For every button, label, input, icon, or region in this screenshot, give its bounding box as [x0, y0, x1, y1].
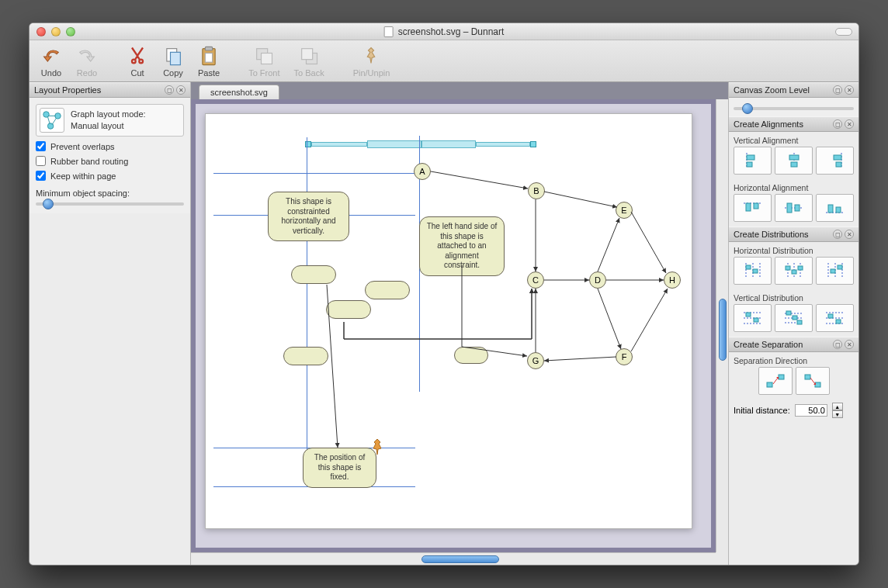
scrollbar-thumb[interactable] — [719, 299, 727, 361]
separation-header[interactable]: Create Separation ◻✕ — [729, 337, 859, 352]
canvas-viewport[interactable]: This shape is constrainted horizontally … — [191, 99, 716, 552]
shape[interactable] — [326, 300, 371, 319]
distributions-header[interactable]: Create Distributions ◻✕ — [729, 227, 859, 242]
node-h[interactable]: H — [664, 272, 681, 289]
to-back-button[interactable]: To Back — [290, 43, 329, 79]
initial-distance-input[interactable] — [795, 404, 827, 417]
align-top-button[interactable] — [734, 194, 772, 222]
zoom-header[interactable]: Canvas Zoom Level ◻✕ — [729, 82, 859, 98]
shape[interactable] — [365, 281, 410, 299]
vdist-top-button[interactable] — [734, 304, 772, 332]
selection-bar[interactable] — [311, 142, 367, 147]
keep-within-checkbox[interactable]: Keep within page — [36, 171, 184, 181]
scrollbar-thumb[interactable] — [421, 555, 499, 563]
panel-close-icon[interactable]: ✕ — [845, 119, 854, 129]
layout-mode-box[interactable]: Graph layout mode: Manual layout — [36, 104, 184, 137]
node-a[interactable]: A — [414, 163, 431, 180]
initial-distance-stepper[interactable]: ▲▼ — [832, 403, 843, 418]
svg-rect-13 — [747, 155, 754, 160]
panel-float-icon[interactable]: ◻ — [833, 85, 842, 95]
panel-float-icon[interactable]: ◻ — [165, 85, 174, 95]
panel-close-icon[interactable]: ✕ — [176, 85, 186, 95]
min-spacing-slider[interactable] — [36, 202, 184, 206]
node-b[interactable]: B — [528, 182, 545, 199]
layout-properties-title: Layout Properties — [34, 85, 101, 95]
selection-handle[interactable] — [530, 141, 536, 147]
selection-bar[interactable] — [476, 142, 530, 147]
pin-button[interactable]: Pin/Unpin — [349, 43, 395, 79]
canvas-page[interactable]: This shape is constrainted horizontally … — [205, 113, 692, 529]
close-button[interactable] — [36, 27, 46, 36]
to-front-button[interactable]: To Front — [244, 43, 284, 79]
shape[interactable] — [454, 347, 488, 364]
svg-rect-28 — [828, 205, 833, 213]
to-front-icon — [253, 45, 275, 67]
vertical-scrollbar[interactable] — [716, 99, 728, 552]
selection-bar[interactable] — [367, 140, 421, 148]
layout-mode-value: Manual layout — [71, 120, 146, 132]
stepper-down-icon[interactable]: ▼ — [832, 410, 843, 418]
sep-horizontal-button[interactable] — [758, 367, 793, 395]
toolbar-toggle[interactable] — [835, 28, 852, 36]
hdist-center-button[interactable] — [775, 257, 813, 285]
node-d[interactable]: D — [589, 272, 606, 289]
hdist-right-button[interactable] — [816, 257, 854, 285]
node-f[interactable]: F — [616, 348, 633, 365]
titlebar: screenshot.svg – Dunnart — [29, 23, 859, 40]
shape[interactable] — [291, 265, 336, 284]
copy-button[interactable]: Copy — [158, 43, 189, 79]
svg-rect-6 — [262, 53, 272, 64]
hdist-left-button[interactable] — [734, 257, 772, 285]
align-bottom-button[interactable] — [816, 194, 854, 222]
panel-float-icon[interactable]: ◻ — [833, 230, 842, 239]
keep-within-label: Keep within page — [50, 171, 116, 181]
initial-distance-label: Initial distance: — [734, 406, 790, 415]
note-shape[interactable]: The position of this shape is fixed. — [303, 448, 376, 488]
distributions-title: Create Distributions — [734, 230, 809, 239]
panel-close-icon[interactable]: ✕ — [845, 230, 854, 239]
align-right-button[interactable] — [816, 147, 854, 175]
undo-button[interactable]: Undo — [36, 43, 67, 79]
zoom-slider[interactable] — [734, 107, 854, 110]
selection-bar[interactable] — [421, 140, 476, 148]
svg-rect-19 — [834, 155, 841, 160]
node-label: D — [595, 275, 601, 285]
alignments-header[interactable]: Create Alignments ◻✕ — [729, 116, 859, 132]
rubber-band-checkbox[interactable]: Rubber band routing — [36, 156, 184, 166]
shape[interactable] — [283, 347, 328, 365]
node-c[interactable]: C — [527, 272, 544, 289]
vdist-middle-button[interactable] — [775, 304, 813, 332]
node-e[interactable]: E — [616, 202, 633, 219]
align-center-button[interactable] — [775, 147, 813, 175]
guide-line[interactable] — [307, 137, 307, 471]
node-g[interactable]: G — [527, 352, 544, 369]
minimize-button[interactable] — [51, 27, 61, 36]
note-shape[interactable]: This shape is constrainted horizontally … — [268, 192, 349, 241]
tab-strip: screenshot.svg — [191, 82, 728, 99]
cut-label: Cut — [130, 68, 144, 78]
sep-vertical-button[interactable] — [796, 367, 830, 395]
tab-screenshot[interactable]: screenshot.svg — [199, 85, 279, 99]
cut-button[interactable]: Cut — [122, 43, 153, 79]
paste-button[interactable]: Paste — [193, 43, 224, 79]
align-middle-button[interactable] — [775, 194, 813, 222]
note-shape[interactable]: The left hand side of this shape is atta… — [419, 216, 505, 276]
vdist-bottom-button[interactable] — [816, 304, 854, 332]
redo-button[interactable]: Redo — [71, 43, 102, 79]
panel-close-icon[interactable]: ✕ — [845, 85, 854, 95]
prevent-overlaps-checkbox[interactable]: Prevent overlaps — [36, 141, 184, 151]
panel-float-icon[interactable]: ◻ — [833, 340, 842, 349]
align-left-button[interactable] — [734, 147, 772, 175]
guide-line[interactable] — [213, 173, 415, 174]
prevent-overlaps-label: Prevent overlaps — [50, 142, 115, 151]
zoom-button[interactable] — [66, 27, 75, 36]
svg-rect-25 — [787, 203, 792, 213]
panel-float-icon[interactable]: ◻ — [833, 119, 842, 129]
horizontal-scrollbar[interactable] — [191, 552, 716, 565]
window-title-text: screenshot.svg – Dunnart — [398, 26, 505, 37]
panel-close-icon[interactable]: ✕ — [845, 340, 854, 349]
stepper-up-icon[interactable]: ▲ — [832, 403, 843, 410]
svg-rect-39 — [792, 270, 796, 274]
layout-properties-header[interactable]: Layout Properties ◻✕ — [29, 82, 190, 98]
separation-title: Create Separation — [734, 340, 803, 349]
